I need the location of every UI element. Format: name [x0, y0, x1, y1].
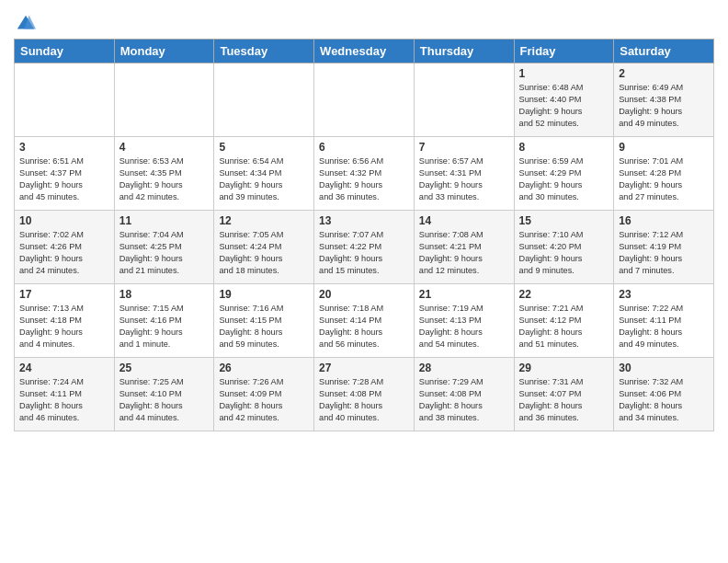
day-info: Sunrise: 7:31 AM Sunset: 4:07 PM Dayligh… [519, 376, 609, 424]
day-cell: 25Sunrise: 7:25 AM Sunset: 4:10 PM Dayli… [114, 358, 214, 431]
day-cell: 26Sunrise: 7:26 AM Sunset: 4:09 PM Dayli… [214, 358, 314, 431]
day-cell: 21Sunrise: 7:19 AM Sunset: 4:13 PM Dayli… [414, 284, 514, 358]
day-cell: 2Sunrise: 6:49 AM Sunset: 4:38 PM Daylig… [614, 63, 714, 137]
day-info: Sunrise: 6:51 AM Sunset: 4:37 PM Dayligh… [19, 155, 109, 203]
day-number: 29 [519, 362, 609, 374]
weekday-header-friday: Friday [514, 40, 614, 63]
weekday-header-wednesday: Wednesday [314, 40, 415, 63]
day-cell: 9Sunrise: 7:01 AM Sunset: 4:28 PM Daylig… [614, 137, 714, 211]
day-info: Sunrise: 7:16 AM Sunset: 4:15 PM Dayligh… [219, 303, 309, 350]
day-info: Sunrise: 7:25 AM Sunset: 4:10 PM Dayligh… [119, 376, 210, 424]
day-info: Sunrise: 6:57 AM Sunset: 4:31 PM Dayligh… [419, 155, 509, 203]
day-number: 14 [419, 214, 509, 227]
day-cell: 12Sunrise: 7:05 AM Sunset: 4:24 PM Dayli… [214, 211, 314, 284]
day-number: 8 [519, 141, 609, 154]
day-cell: 20Sunrise: 7:18 AM Sunset: 4:14 PM Dayli… [314, 284, 415, 358]
day-info: Sunrise: 7:15 AM Sunset: 4:16 PM Dayligh… [119, 303, 210, 350]
day-cell [414, 63, 514, 137]
day-info: Sunrise: 6:54 AM Sunset: 4:34 PM Dayligh… [219, 155, 309, 203]
day-info: Sunrise: 7:29 AM Sunset: 4:08 PM Dayligh… [419, 376, 509, 424]
day-info: Sunrise: 7:07 AM Sunset: 4:22 PM Dayligh… [319, 229, 409, 277]
day-number: 22 [519, 288, 609, 301]
day-number: 16 [619, 214, 709, 227]
day-cell: 27Sunrise: 7:28 AM Sunset: 4:08 PM Dayli… [314, 358, 415, 431]
day-number: 27 [319, 362, 409, 374]
day-cell: 19Sunrise: 7:16 AM Sunset: 4:15 PM Dayli… [214, 284, 314, 358]
day-number: 25 [119, 362, 210, 374]
day-number: 6 [319, 141, 409, 154]
day-info: Sunrise: 7:24 AM Sunset: 4:11 PM Dayligh… [19, 376, 109, 424]
day-number: 15 [519, 214, 609, 227]
day-number: 11 [119, 214, 210, 227]
day-info: Sunrise: 6:56 AM Sunset: 4:32 PM Dayligh… [319, 155, 409, 203]
day-info: Sunrise: 6:49 AM Sunset: 4:38 PM Dayligh… [619, 82, 709, 130]
day-number: 2 [619, 67, 709, 80]
day-number: 7 [419, 141, 509, 154]
day-info: Sunrise: 7:22 AM Sunset: 4:11 PM Dayligh… [619, 303, 709, 350]
day-number: 30 [619, 362, 709, 374]
day-cell: 15Sunrise: 7:10 AM Sunset: 4:20 PM Dayli… [514, 211, 614, 284]
calendar-table: SundayMondayTuesdayWednesdayThursdayFrid… [14, 39, 714, 431]
day-number: 4 [119, 141, 210, 154]
header [14, 9, 714, 33]
day-number: 12 [219, 214, 309, 227]
day-number: 9 [619, 141, 709, 154]
day-info: Sunrise: 7:32 AM Sunset: 4:06 PM Dayligh… [619, 376, 709, 424]
week-row-3: 10Sunrise: 7:02 AM Sunset: 4:26 PM Dayli… [15, 211, 714, 284]
day-cell [314, 63, 415, 137]
week-row-1: 1Sunrise: 6:48 AM Sunset: 4:40 PM Daylig… [15, 63, 714, 137]
day-cell: 6Sunrise: 6:56 AM Sunset: 4:32 PM Daylig… [314, 137, 415, 211]
day-cell: 16Sunrise: 7:12 AM Sunset: 4:19 PM Dayli… [614, 211, 714, 284]
week-row-4: 17Sunrise: 7:13 AM Sunset: 4:18 PM Dayli… [15, 284, 714, 358]
day-cell [114, 63, 214, 137]
day-cell: 1Sunrise: 6:48 AM Sunset: 4:40 PM Daylig… [514, 63, 614, 137]
day-number: 24 [19, 362, 109, 374]
day-cell: 11Sunrise: 7:04 AM Sunset: 4:25 PM Dayli… [114, 211, 214, 284]
day-number: 13 [319, 214, 409, 227]
day-info: Sunrise: 7:01 AM Sunset: 4:28 PM Dayligh… [619, 155, 709, 203]
day-cell: 17Sunrise: 7:13 AM Sunset: 4:18 PM Dayli… [15, 284, 115, 358]
day-number: 19 [219, 288, 309, 301]
week-row-5: 24Sunrise: 7:24 AM Sunset: 4:11 PM Dayli… [15, 358, 714, 431]
day-info: Sunrise: 7:26 AM Sunset: 4:09 PM Dayligh… [219, 376, 309, 424]
day-cell: 14Sunrise: 7:08 AM Sunset: 4:21 PM Dayli… [414, 211, 514, 284]
day-cell: 3Sunrise: 6:51 AM Sunset: 4:37 PM Daylig… [15, 137, 115, 211]
day-cell: 8Sunrise: 6:59 AM Sunset: 4:29 PM Daylig… [514, 137, 614, 211]
day-cell [15, 63, 115, 137]
day-number: 21 [419, 288, 509, 301]
day-info: Sunrise: 7:18 AM Sunset: 4:14 PM Dayligh… [319, 303, 409, 350]
weekday-header-row: SundayMondayTuesdayWednesdayThursdayFrid… [15, 40, 714, 63]
day-info: Sunrise: 7:13 AM Sunset: 4:18 PM Dayligh… [19, 303, 109, 350]
day-info: Sunrise: 6:53 AM Sunset: 4:35 PM Dayligh… [119, 155, 210, 203]
day-number: 18 [119, 288, 210, 301]
day-info: Sunrise: 7:21 AM Sunset: 4:12 PM Dayligh… [519, 303, 609, 350]
logo-icon [16, 13, 36, 33]
day-cell: 22Sunrise: 7:21 AM Sunset: 4:12 PM Dayli… [514, 284, 614, 358]
day-info: Sunrise: 7:05 AM Sunset: 4:24 PM Dayligh… [219, 229, 309, 277]
day-cell: 18Sunrise: 7:15 AM Sunset: 4:16 PM Dayli… [114, 284, 214, 358]
day-cell: 10Sunrise: 7:02 AM Sunset: 4:26 PM Dayli… [15, 211, 115, 284]
day-info: Sunrise: 7:19 AM Sunset: 4:13 PM Dayligh… [419, 303, 509, 350]
day-number: 1 [519, 67, 609, 80]
day-cell: 28Sunrise: 7:29 AM Sunset: 4:08 PM Dayli… [414, 358, 514, 431]
weekday-header-tuesday: Tuesday [214, 40, 314, 63]
day-number: 23 [619, 288, 709, 301]
day-number: 17 [19, 288, 109, 301]
day-number: 5 [219, 141, 309, 154]
day-number: 28 [419, 362, 509, 374]
day-cell: 30Sunrise: 7:32 AM Sunset: 4:06 PM Dayli… [614, 358, 714, 431]
day-info: Sunrise: 7:02 AM Sunset: 4:26 PM Dayligh… [19, 229, 109, 277]
day-cell: 24Sunrise: 7:24 AM Sunset: 4:11 PM Dayli… [15, 358, 115, 431]
day-number: 20 [319, 288, 409, 301]
day-info: Sunrise: 7:12 AM Sunset: 4:19 PM Dayligh… [619, 229, 709, 277]
day-number: 3 [19, 141, 109, 154]
day-cell: 23Sunrise: 7:22 AM Sunset: 4:11 PM Dayli… [614, 284, 714, 358]
logo [14, 13, 36, 33]
day-info: Sunrise: 6:48 AM Sunset: 4:40 PM Dayligh… [519, 82, 609, 130]
weekday-header-sunday: Sunday [15, 40, 115, 63]
day-info: Sunrise: 7:08 AM Sunset: 4:21 PM Dayligh… [419, 229, 509, 277]
weekday-header-saturday: Saturday [614, 40, 714, 63]
day-info: Sunrise: 7:04 AM Sunset: 4:25 PM Dayligh… [119, 229, 210, 277]
day-cell [214, 63, 314, 137]
day-number: 26 [219, 362, 309, 374]
